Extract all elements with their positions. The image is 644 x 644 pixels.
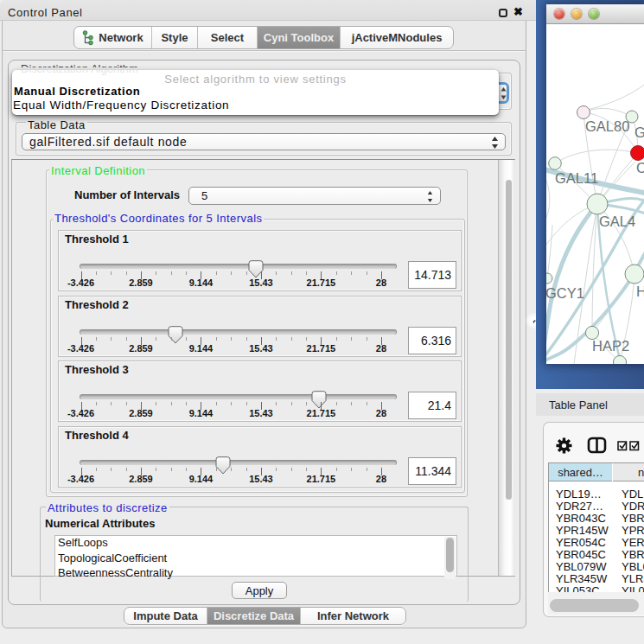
svg-text:GAL11: GAL11 — [555, 170, 598, 186]
svg-text:GCY1: GCY1 — [546, 285, 584, 301]
svg-text:GAL4: GAL4 — [599, 214, 635, 229]
svg-text:HAP2: HAP2 — [592, 338, 629, 354]
svg-text:C: C — [636, 160, 644, 175]
svg-text:H: H — [636, 284, 644, 299]
svg-text:GAL80: GAL80 — [585, 118, 629, 134]
svg-text:G.: G. — [634, 124, 644, 140]
